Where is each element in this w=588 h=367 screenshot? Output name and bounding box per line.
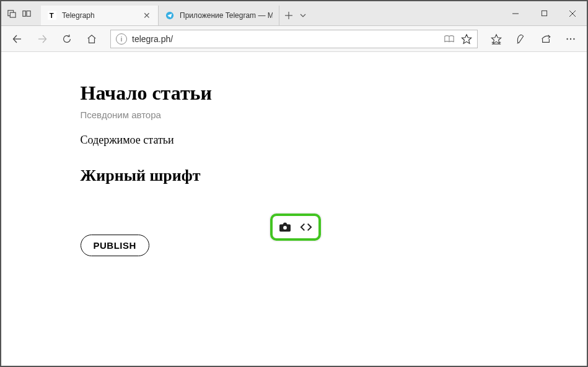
site-info-icon[interactable]: i [116, 33, 127, 45]
back-button[interactable] [6, 28, 29, 50]
forward-button[interactable] [31, 28, 53, 50]
new-tab-button[interactable] [284, 11, 293, 20]
window-close-button[interactable] [558, 1, 587, 26]
tab-aside-icon[interactable] [6, 8, 17, 19]
refresh-button[interactable] [56, 28, 78, 50]
address-bar[interactable]: i telegra.ph/ [110, 30, 478, 48]
tab-strip: T Telegraph ✕ Приложение Telegram — М [41, 6, 501, 25]
browser-navbar: i telegra.ph/ [1, 26, 587, 52]
svg-rect-10 [542, 11, 546, 15]
more-menu-button[interactable] [559, 28, 582, 50]
tab-telegraph[interactable]: T Telegraph ✕ [41, 6, 159, 25]
svg-rect-2 [23, 11, 25, 16]
svg-point-22 [570, 38, 571, 39]
tab-title: Приложение Telegram — М [180, 11, 273, 20]
publish-button[interactable]: PUBLISH [81, 235, 149, 256]
addressbar-actions [444, 33, 472, 45]
tab-preview-icon[interactable] [21, 8, 32, 19]
favorites-button[interactable] [485, 28, 507, 50]
svg-text:T: T [50, 12, 54, 19]
tab-actions [1, 1, 41, 25]
new-tab-area [279, 6, 312, 25]
insert-image-button[interactable] [276, 218, 294, 236]
insert-embed-button[interactable] [297, 218, 315, 236]
url-text: telegra.ph/ [132, 34, 444, 44]
article-author[interactable]: Псевдоним автора [81, 110, 508, 120]
tab-close-icon[interactable]: ✕ [142, 11, 152, 20]
svg-rect-1 [10, 12, 15, 17]
svg-point-23 [573, 38, 574, 39]
notes-button[interactable] [510, 28, 532, 50]
window-maximize-button[interactable] [530, 1, 558, 26]
insert-media-widget [270, 214, 321, 241]
telegram-favicon-icon [165, 11, 175, 20]
share-button[interactable] [535, 28, 557, 50]
home-button[interactable] [81, 28, 103, 50]
tab-telegram-app[interactable]: Приложение Telegram — М [159, 6, 279, 25]
tab-title: Telegraph [62, 11, 95, 20]
reading-view-icon[interactable] [444, 33, 455, 45]
page-content: Начало статьи Псевдоним автора Содержимо… [1, 52, 587, 366]
telegraph-favicon-icon: T [47, 11, 57, 20]
article-body[interactable]: Содержимое статьи [81, 134, 508, 147]
svg-rect-3 [27, 11, 30, 16]
favorite-star-icon[interactable] [461, 33, 472, 45]
browser-titlebar: T Telegraph ✕ Приложение Telegram — М [1, 1, 587, 26]
article-heading[interactable]: Жирный шрифт [81, 166, 508, 185]
article-title[interactable]: Начало статьи [81, 82, 508, 105]
svg-point-21 [566, 38, 568, 39]
svg-marker-16 [462, 34, 471, 43]
window-minimize-button[interactable] [501, 1, 530, 26]
svg-point-24 [283, 226, 287, 230]
tab-menu-chevron-icon[interactable] [299, 12, 307, 19]
window-controls [501, 1, 587, 25]
